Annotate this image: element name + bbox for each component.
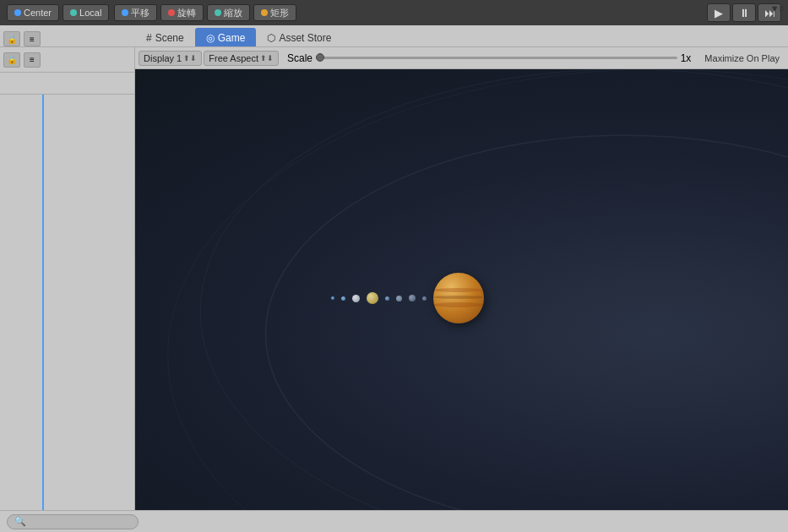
planets-row (331, 273, 484, 323)
scene-tab-label: Scene (155, 32, 184, 44)
sidebar-filter-btn[interactable]: ▼≡ (770, 3, 785, 14)
game-toolbar: Display 1 ⬆⬇ Free Aspect ⬆⬇ Scale 1x Max… (135, 47, 788, 69)
sidebar-content (0, 95, 134, 510)
transform-tools: Center Local (7, 4, 109, 21)
maximize-label: Maximize On Play (699, 52, 785, 64)
main-layout: 🔒 ≡ ▼≡ Display 1 ⬆⬇ Free Aspect ⬆⬇ Scale (0, 47, 788, 510)
translate-button[interactable]: 平移 (114, 4, 157, 21)
pause-icon: ⏸ (739, 7, 750, 19)
center-dot (14, 9, 21, 16)
scale-button[interactable]: 縮放 (207, 4, 250, 21)
planet-large (433, 273, 484, 323)
aspect-dropdown[interactable]: Free Aspect ⬆⬇ (204, 51, 279, 66)
aspect-arrows: ⬆⬇ (260, 54, 274, 62)
planet-4 (367, 292, 378, 304)
sidebar-menu-button[interactable]: ≡ (24, 31, 41, 46)
planet-6 (396, 296, 402, 301)
translate-label: 平移 (131, 7, 149, 19)
rect-button[interactable]: 矩形 (253, 4, 296, 21)
scale-label: 縮放 (224, 7, 242, 19)
search-input[interactable] (30, 517, 131, 527)
rotate-label: 旋轉 (177, 7, 196, 19)
center-label: Center (24, 8, 52, 18)
rect-label: 矩形 (270, 7, 289, 19)
svg-point-1 (200, 69, 788, 510)
local-dot (70, 9, 77, 16)
search-box[interactable]: 🔍 (7, 514, 139, 529)
sidebar-lock-button[interactable]: 🔒 (3, 31, 20, 46)
scale-thumb[interactable] (316, 53, 324, 62)
play-button[interactable]: ▶ (707, 3, 731, 22)
display-dropdown[interactable]: Display 1 ⬆⬇ (139, 51, 202, 66)
tab-bar: 🔒 ≡ # Scene ◎ Game ⬡ Asset Store (0, 25, 788, 47)
top-toolbar: Center Local 平移 旋轉 縮放 矩形 ▶ ⏸ (0, 0, 788, 25)
asset-store-tab-icon: ⬡ (267, 32, 275, 44)
pause-button[interactable]: ⏸ (732, 3, 756, 22)
extra-tools: 平移 旋轉 縮放 矩形 (114, 4, 296, 21)
local-button[interactable]: Local (62, 4, 109, 21)
tab-scene[interactable]: # Scene (135, 28, 195, 46)
planet-1 (331, 296, 334, 300)
game-panel: Display 1 ⬆⬇ Free Aspect ⬆⬇ Scale 1x Max… (135, 47, 788, 510)
tab-asset-store[interactable]: ⬡ Asset Store (256, 28, 342, 46)
blue-selection-line (42, 95, 44, 510)
left-sidebar: 🔒 ≡ ▼≡ (0, 47, 135, 510)
tab-game[interactable]: ◎ Game (195, 28, 257, 46)
planet-8 (422, 296, 427, 301)
bottom-bar: 🔍 (0, 510, 788, 532)
center-button[interactable]: Center (7, 4, 59, 21)
game-tab-icon: ◎ (206, 32, 215, 44)
game-tab-label: Game (218, 32, 246, 44)
filter-icon: ▼≡ (770, 3, 785, 14)
planet-3 (352, 295, 360, 302)
scene-tab-icon: # (146, 32, 152, 44)
rotate-button[interactable]: 旋轉 (160, 4, 204, 21)
play-icon: ▶ (715, 7, 723, 19)
local-label: Local (79, 8, 101, 18)
scale-section: Scale 1x (280, 52, 698, 64)
planet-7 (409, 295, 416, 301)
aspect-label: Free Aspect (209, 53, 258, 63)
game-viewport (135, 69, 788, 510)
scale-slider[interactable] (316, 57, 677, 59)
planet-5 (385, 296, 389, 301)
display-label: Display 1 (144, 53, 182, 63)
sidebar-top: 🔒 ≡ (0, 47, 134, 73)
planet-2 (341, 296, 345, 301)
sidebar-list-icon[interactable]: ≡ (24, 52, 41, 68)
scale-text: Scale (287, 52, 312, 64)
asset-store-tab-label: Asset Store (279, 32, 331, 44)
display-arrows: ⬆⬇ (183, 54, 197, 62)
sidebar-lock-icon[interactable]: 🔒 (3, 52, 20, 68)
search-icon: 🔍 (14, 516, 26, 527)
scale-value: 1x (681, 52, 692, 64)
